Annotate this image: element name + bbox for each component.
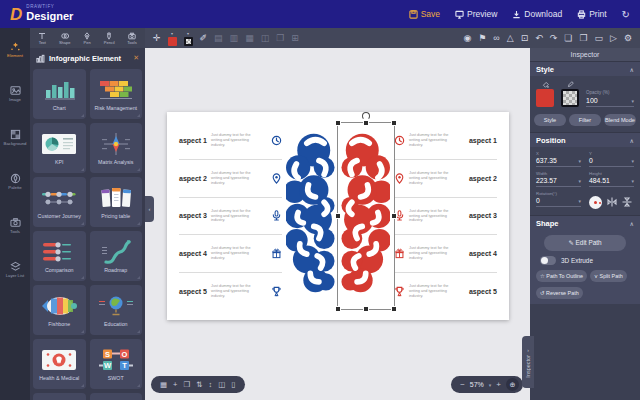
pages-overview-icon[interactable]: ◫ [218, 381, 225, 389]
style-section-header[interactable]: Style ∧ [530, 61, 640, 76]
canvas-area[interactable]: ‹ aspect 1 Just dummy text for the writi… [145, 48, 530, 400]
lock-icon[interactable]: ⊡ [521, 34, 529, 43]
link-icon[interactable]: ∞ [493, 34, 499, 43]
format-painter-icon[interactable]: ✐ [200, 34, 208, 43]
shape-section-header[interactable]: Shape ∧ [530, 215, 640, 230]
aspect-row[interactable]: aspect 4 Just dummy text for the writing… [179, 235, 282, 273]
aspect-row[interactable]: aspect 5 Just dummy text for the writing… [179, 273, 282, 310]
library-item-chart[interactable]: Chart [33, 69, 86, 119]
rail-item-background[interactable]: Background [0, 116, 30, 160]
aspect-row[interactable]: Just dummy text for the writing and type… [394, 273, 497, 310]
frame-icon[interactable]: ▭ [594, 34, 603, 43]
rail-item-tools[interactable]: Tools [0, 204, 30, 248]
rail-item-layer-list[interactable]: Layer List [0, 248, 30, 292]
brain-graphic[interactable] [284, 122, 392, 310]
x-field[interactable]: X 637.35▾ [536, 151, 581, 167]
brand-logo[interactable]: D DRAWTIFY Designer [10, 5, 73, 22]
tab-text[interactable]: Text [38, 32, 46, 45]
print-button[interactable]: Print [577, 9, 606, 19]
library-item-pricing-table[interactable]: Pricing table [90, 177, 143, 227]
aspect-row[interactable]: Just dummy text for the writing and type… [394, 160, 497, 198]
move-tool-icon[interactable]: ✛ [153, 34, 161, 43]
flip-horizontal-icon[interactable] [607, 197, 617, 208]
library-item-education[interactable]: Education [90, 285, 143, 335]
move-page-up-icon[interactable]: ⇅ [196, 381, 202, 389]
library-item-roadmap[interactable]: Roadmap [90, 231, 143, 281]
aspect-row[interactable]: aspect 3 Just dummy text for the writing… [179, 198, 282, 236]
aspect-row[interactable]: aspect 2 Just dummy text for the writing… [179, 160, 282, 198]
3d-extrude-toggle[interactable] [540, 256, 556, 265]
tab-pen[interactable]: Pen [83, 32, 91, 45]
stroke-color-swatch[interactable] [184, 37, 193, 46]
path-to-outline-button[interactable]: ☆ Path To Outline [536, 270, 587, 282]
fill-caret-icon[interactable]: ▾ [171, 31, 173, 36]
aspect-row[interactable]: Just dummy text for the writing and type… [394, 122, 497, 160]
copy-icon[interactable]: ❏ [564, 34, 572, 43]
save-button[interactable]: Save [409, 9, 440, 19]
rail-item-element[interactable]: Element [0, 28, 30, 72]
pages-grid-icon[interactable]: ▦ [160, 381, 167, 389]
tab-tools[interactable]: Tools [127, 32, 136, 45]
snap-icon[interactable]: ◉ [463, 34, 471, 43]
library-item-comparison[interactable]: Comparison [33, 231, 86, 281]
collapse-inspector-tab[interactable]: › Inspector [522, 336, 534, 388]
undo-icon[interactable]: ↶ [535, 34, 543, 43]
aspect-row[interactable]: Just dummy text for the writing and type… [394, 235, 497, 273]
library-item-swot[interactable]: SOWT SWOT [90, 339, 143, 389]
flip-vertical-icon[interactable] [622, 197, 632, 208]
y-field[interactable]: Y 0▾ [589, 151, 634, 167]
collapse-left-panel-tab[interactable]: ‹ [145, 196, 154, 222]
tab-pencil[interactable]: Pencil [104, 32, 115, 45]
edit-path-button[interactable]: ✎ Edit Path [544, 235, 626, 251]
close-icon[interactable]: ✕ [133, 54, 139, 62]
library-item-circular-timeline[interactable] [90, 393, 143, 400]
add-page-icon[interactable]: + [173, 381, 177, 389]
filter-tab-button[interactable]: Filter [569, 114, 601, 126]
blend-mode-tab-button[interactable]: Blend Mode [604, 114, 636, 126]
position-section-header[interactable]: Position ∧ [530, 132, 640, 147]
play-icon[interactable]: ▷ [610, 34, 617, 43]
reverse-path-button[interactable]: ↺ Reverse Path [536, 287, 583, 299]
rotation-field[interactable]: Rotation(°) 0▾ [536, 191, 581, 209]
stroke-caret-icon[interactable]: ▾ [187, 31, 189, 36]
rail-item-image[interactable]: Image [0, 72, 30, 116]
rotate-handle[interactable] [362, 112, 370, 120]
anchor-point-control[interactable] [589, 196, 602, 209]
history-icon[interactable]: ↻ [622, 9, 630, 20]
width-field[interactable]: Width 223.57▾ [536, 171, 581, 187]
ruler-icon[interactable]: △ [507, 34, 514, 43]
library-item-kpi[interactable]: KPI [33, 123, 86, 173]
library-item-customer-journey[interactable]: Customer Journey [33, 177, 86, 227]
library-item-health-medical[interactable]: Health & Medical [33, 339, 86, 389]
duplicate-page-icon[interactable]: ❐ [183, 381, 190, 389]
zoom-level[interactable]: 57% [470, 381, 484, 388]
aspect-row[interactable]: Just dummy text for the writing and type… [394, 198, 497, 236]
fit-screen-button[interactable]: ⊕ [506, 378, 519, 391]
zoom-in-icon[interactable]: + [496, 381, 501, 389]
delete-page-icon[interactable]: ▯ [231, 381, 235, 389]
zoom-caret-icon[interactable]: ▾ [489, 382, 492, 388]
flag-icon[interactable]: ⚑ [478, 34, 486, 43]
zoom-out-icon[interactable]: − [460, 381, 465, 389]
move-page-down-icon[interactable]: ↕ [209, 381, 213, 389]
split-path-button[interactable]: ⋎ Split Path [590, 270, 627, 282]
artboard[interactable]: aspect 1 Just dummy text for the writing… [167, 112, 509, 320]
download-button[interactable]: Download [512, 9, 562, 19]
preview-button[interactable]: Preview [455, 9, 497, 19]
library-item-fishbone[interactable]: Fishbone [33, 285, 86, 335]
redo-icon[interactable]: ↷ [550, 34, 558, 43]
aspect-row[interactable]: aspect 1 Just dummy text for the writing… [179, 122, 282, 160]
fill-color-well[interactable] [536, 89, 554, 107]
height-field[interactable]: Height 484.51▾ [589, 171, 634, 187]
library-item-people-infographic[interactable] [33, 393, 86, 400]
paste-icon[interactable]: ❐ [579, 34, 587, 43]
library-item-matrix-analysis[interactable]: Matrix Analysis [90, 123, 143, 173]
library-item-risk-management[interactable]: Risk Management [90, 69, 143, 119]
style-tab-button[interactable]: Style [534, 114, 566, 126]
stroke-color-well[interactable] [561, 89, 579, 107]
opacity-dropdown[interactable]: 100 ▾ [586, 97, 634, 107]
tab-shape[interactable]: Shape [59, 32, 71, 45]
rail-item-palette[interactable]: Palette [0, 160, 30, 204]
settings-icon[interactable]: ⚙ [624, 34, 632, 43]
fill-color-swatch[interactable] [168, 37, 177, 46]
